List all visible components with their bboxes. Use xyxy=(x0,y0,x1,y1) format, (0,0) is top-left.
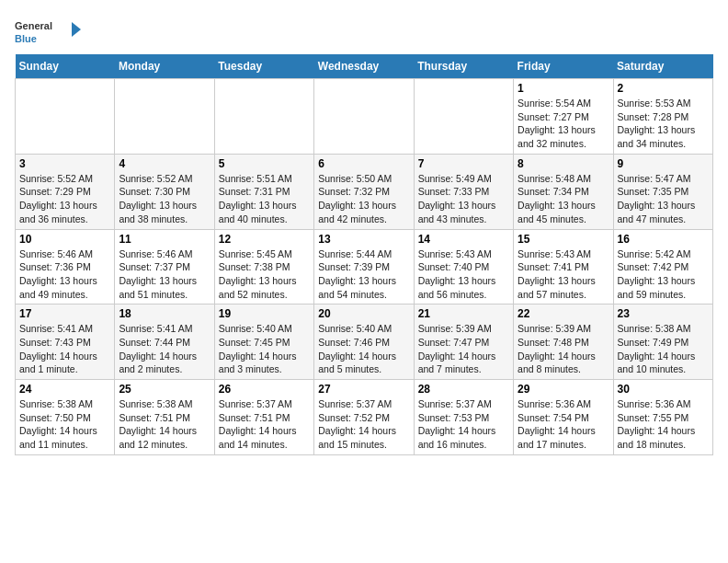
svg-marker-2 xyxy=(72,22,81,37)
day-info: Sunrise: 5:48 AMSunset: 7:34 PMDaylight:… xyxy=(518,172,609,226)
calendar-cell: 10 Sunrise: 5:46 AMSunset: 7:36 PMDaylig… xyxy=(16,229,115,304)
day-number: 19 xyxy=(219,307,310,320)
calendar-week-row: 3 Sunrise: 5:52 AMSunset: 7:29 PMDayligh… xyxy=(16,154,713,229)
day-number: 15 xyxy=(518,233,609,246)
day-info: Sunrise: 5:36 AMSunset: 7:55 PMDaylight:… xyxy=(618,397,709,452)
header-day-friday: Friday xyxy=(514,54,613,79)
day-number: 12 xyxy=(219,233,310,246)
calendar-cell: 4 Sunrise: 5:52 AMSunset: 7:30 PMDayligh… xyxy=(115,154,214,229)
calendar-cell: 12 Sunrise: 5:45 AMSunset: 7:38 PMDaylig… xyxy=(214,229,313,304)
day-number: 22 xyxy=(518,307,609,320)
calendar-cell: 28 Sunrise: 5:37 AMSunset: 7:53 PMDaylig… xyxy=(414,380,513,455)
day-number: 4 xyxy=(119,157,210,170)
header-day-saturday: Saturday xyxy=(613,54,712,79)
calendar-cell: 30 Sunrise: 5:36 AMSunset: 7:55 PMDaylig… xyxy=(613,380,712,455)
day-info: Sunrise: 5:36 AMSunset: 7:54 PMDaylight:… xyxy=(518,397,609,452)
day-number: 18 xyxy=(119,307,210,320)
day-info: Sunrise: 5:41 AMSunset: 7:43 PMDaylight:… xyxy=(19,322,110,376)
calendar-week-row: 24 Sunrise: 5:38 AMSunset: 7:50 PMDaylig… xyxy=(16,380,713,455)
day-number: 21 xyxy=(418,307,509,320)
day-number: 10 xyxy=(19,233,110,246)
calendar-week-row: 10 Sunrise: 5:46 AMSunset: 7:36 PMDaylig… xyxy=(16,229,713,304)
day-number: 6 xyxy=(318,157,409,170)
day-number: 3 xyxy=(19,157,110,170)
calendar-cell: 24 Sunrise: 5:38 AMSunset: 7:50 PMDaylig… xyxy=(16,380,115,455)
calendar-cell xyxy=(314,79,414,155)
day-number: 20 xyxy=(318,307,409,320)
day-info: Sunrise: 5:38 AMSunset: 7:50 PMDaylight:… xyxy=(19,397,110,452)
day-number: 27 xyxy=(318,383,409,396)
day-info: Sunrise: 5:43 AMSunset: 7:41 PMDaylight:… xyxy=(518,247,609,302)
calendar-cell xyxy=(414,79,513,155)
calendar-cell: 19 Sunrise: 5:40 AMSunset: 7:45 PMDaylig… xyxy=(214,304,313,380)
calendar-cell: 14 Sunrise: 5:43 AMSunset: 7:40 PMDaylig… xyxy=(414,229,513,304)
svg-text:Blue: Blue xyxy=(15,33,37,44)
day-info: Sunrise: 5:44 AMSunset: 7:39 PMDaylight:… xyxy=(318,247,409,302)
calendar-cell: 13 Sunrise: 5:44 AMSunset: 7:39 PMDaylig… xyxy=(314,229,414,304)
day-number: 5 xyxy=(219,157,310,170)
day-number: 9 xyxy=(618,157,709,170)
day-info: Sunrise: 5:45 AMSunset: 7:38 PMDaylight:… xyxy=(219,247,310,302)
day-info: Sunrise: 5:37 AMSunset: 7:51 PMDaylight:… xyxy=(219,397,310,452)
day-info: Sunrise: 5:41 AMSunset: 7:44 PMDaylight:… xyxy=(119,322,210,376)
day-number: 28 xyxy=(418,383,509,396)
day-info: Sunrise: 5:38 AMSunset: 7:49 PMDaylight:… xyxy=(618,322,709,376)
day-number: 25 xyxy=(119,383,210,396)
calendar-cell: 26 Sunrise: 5:37 AMSunset: 7:51 PMDaylig… xyxy=(214,380,313,455)
day-number: 13 xyxy=(318,233,409,246)
day-info: Sunrise: 5:39 AMSunset: 7:47 PMDaylight:… xyxy=(418,322,509,376)
svg-text:General: General xyxy=(15,20,52,31)
calendar-week-row: 17 Sunrise: 5:41 AMSunset: 7:43 PMDaylig… xyxy=(16,304,713,380)
day-info: Sunrise: 5:46 AMSunset: 7:37 PMDaylight:… xyxy=(119,247,210,302)
calendar-cell: 11 Sunrise: 5:46 AMSunset: 7:37 PMDaylig… xyxy=(115,229,214,304)
day-info: Sunrise: 5:40 AMSunset: 7:45 PMDaylight:… xyxy=(219,322,310,376)
page-header: General Blue xyxy=(15,15,713,47)
calendar-cell: 7 Sunrise: 5:49 AMSunset: 7:33 PMDayligh… xyxy=(414,154,513,229)
day-info: Sunrise: 5:47 AMSunset: 7:35 PMDaylight:… xyxy=(618,172,709,226)
day-number: 29 xyxy=(518,383,609,396)
day-number: 30 xyxy=(618,383,709,396)
day-number: 24 xyxy=(19,383,110,396)
day-info: Sunrise: 5:53 AMSunset: 7:28 PMDaylight:… xyxy=(618,97,709,151)
day-number: 7 xyxy=(418,157,509,170)
calendar-cell: 22 Sunrise: 5:39 AMSunset: 7:48 PMDaylig… xyxy=(514,304,613,380)
day-info: Sunrise: 5:46 AMSunset: 7:36 PMDaylight:… xyxy=(19,247,110,302)
day-number: 23 xyxy=(618,307,709,320)
calendar-cell xyxy=(115,79,214,155)
calendar-cell: 16 Sunrise: 5:42 AMSunset: 7:42 PMDaylig… xyxy=(613,229,712,304)
day-number: 1 xyxy=(518,82,609,95)
day-number: 14 xyxy=(418,233,509,246)
header-day-monday: Monday xyxy=(115,54,214,79)
calendar-week-row: 1 Sunrise: 5:54 AMSunset: 7:27 PMDayligh… xyxy=(16,79,713,155)
day-number: 11 xyxy=(119,233,210,246)
day-info: Sunrise: 5:42 AMSunset: 7:42 PMDaylight:… xyxy=(618,247,709,302)
calendar-cell: 21 Sunrise: 5:39 AMSunset: 7:47 PMDaylig… xyxy=(414,304,513,380)
calendar-cell: 17 Sunrise: 5:41 AMSunset: 7:43 PMDaylig… xyxy=(16,304,115,380)
day-info: Sunrise: 5:37 AMSunset: 7:52 PMDaylight:… xyxy=(318,397,409,452)
day-info: Sunrise: 5:52 AMSunset: 7:30 PMDaylight:… xyxy=(119,172,210,226)
calendar-cell: 9 Sunrise: 5:47 AMSunset: 7:35 PMDayligh… xyxy=(613,154,712,229)
calendar-cell: 5 Sunrise: 5:51 AMSunset: 7:31 PMDayligh… xyxy=(214,154,313,229)
day-number: 8 xyxy=(518,157,609,170)
day-info: Sunrise: 5:49 AMSunset: 7:33 PMDaylight:… xyxy=(418,172,509,226)
calendar-cell: 6 Sunrise: 5:50 AMSunset: 7:32 PMDayligh… xyxy=(314,154,414,229)
day-number: 17 xyxy=(19,307,110,320)
day-info: Sunrise: 5:37 AMSunset: 7:53 PMDaylight:… xyxy=(418,397,509,452)
day-info: Sunrise: 5:52 AMSunset: 7:29 PMDaylight:… xyxy=(19,172,110,226)
day-number: 16 xyxy=(618,233,709,246)
calendar-cell: 15 Sunrise: 5:43 AMSunset: 7:41 PMDaylig… xyxy=(514,229,613,304)
calendar-cell: 18 Sunrise: 5:41 AMSunset: 7:44 PMDaylig… xyxy=(115,304,214,380)
calendar-cell: 2 Sunrise: 5:53 AMSunset: 7:28 PMDayligh… xyxy=(613,79,712,155)
header-day-sunday: Sunday xyxy=(16,54,115,79)
day-info: Sunrise: 5:39 AMSunset: 7:48 PMDaylight:… xyxy=(518,322,609,376)
day-info: Sunrise: 5:51 AMSunset: 7:31 PMDaylight:… xyxy=(219,172,310,226)
day-number: 2 xyxy=(618,82,709,95)
calendar-cell: 27 Sunrise: 5:37 AMSunset: 7:52 PMDaylig… xyxy=(314,380,414,455)
calendar-cell xyxy=(214,79,313,155)
day-info: Sunrise: 5:50 AMSunset: 7:32 PMDaylight:… xyxy=(318,172,409,226)
day-info: Sunrise: 5:38 AMSunset: 7:51 PMDaylight:… xyxy=(119,397,210,452)
day-info: Sunrise: 5:40 AMSunset: 7:46 PMDaylight:… xyxy=(318,322,409,376)
calendar-cell: 8 Sunrise: 5:48 AMSunset: 7:34 PMDayligh… xyxy=(514,154,613,229)
calendar-cell: 1 Sunrise: 5:54 AMSunset: 7:27 PMDayligh… xyxy=(514,79,613,155)
logo-icon: General Blue xyxy=(15,15,84,47)
